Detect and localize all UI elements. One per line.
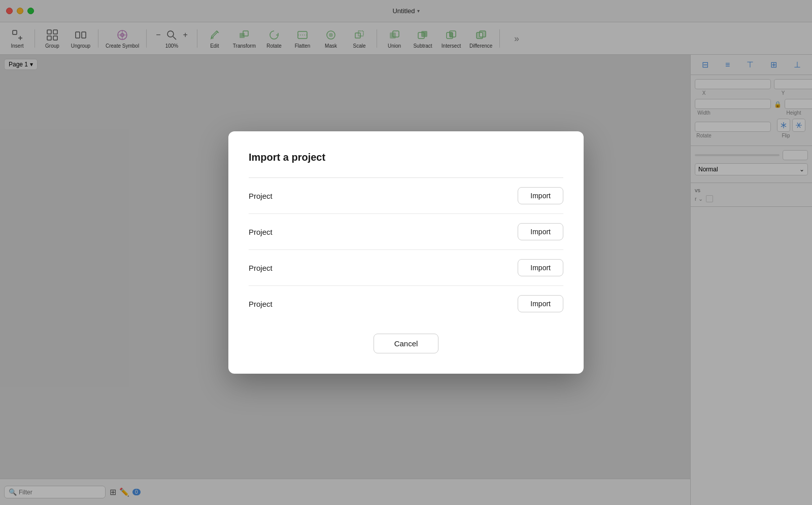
import-button-3[interactable]: Import [518, 295, 563, 312]
project-name: Project [249, 192, 273, 200]
project-row: ProjectImport [249, 286, 563, 321]
project-row: ProjectImport [249, 178, 563, 214]
import-modal: Import a project ProjectImportProjectImp… [228, 131, 584, 374]
project-list: ProjectImportProjectImportProjectImportP… [249, 178, 563, 321]
import-button-0[interactable]: Import [518, 187, 563, 204]
import-button-2[interactable]: Import [518, 259, 563, 276]
cancel-button[interactable]: Cancel [374, 334, 439, 353]
modal-overlay[interactable]: Import a project ProjectImportProjectImp… [0, 0, 812, 505]
modal-footer: Cancel [249, 334, 563, 353]
project-name: Project [249, 264, 273, 272]
modal-title: Import a project [249, 152, 563, 163]
project-row: ProjectImport [249, 214, 563, 250]
project-row: ProjectImport [249, 250, 563, 286]
project-name: Project [249, 300, 273, 308]
project-name: Project [249, 228, 273, 236]
import-button-1[interactable]: Import [518, 223, 563, 240]
